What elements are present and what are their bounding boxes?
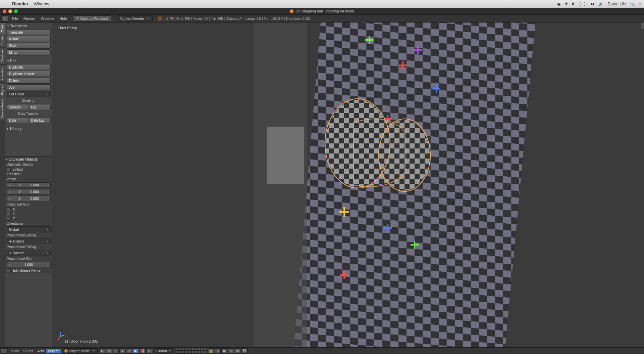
panel-transform-header[interactable]: Transform	[7, 23, 51, 29]
transform-orientation-select[interactable]: Global	[154, 348, 173, 354]
manipulator-translate-button[interactable]: ▲	[119, 348, 125, 354]
vector-label: Vector	[5, 177, 52, 182]
menu-window[interactable]: Window	[38, 16, 57, 20]
render-border-button[interactable]: ▣	[221, 348, 227, 354]
info-header: ⓘ File Render Window Help ↶ Back to Prev…	[0, 14, 644, 23]
manipulator-scale-button[interactable]: ◧	[133, 348, 139, 354]
orientation-label: Orientation	[5, 221, 52, 226]
mac-user[interactable]: Darrin Lile	[607, 2, 626, 6]
duplicate-linked-button[interactable]: Duplicate Linked	[7, 71, 51, 77]
cz-label: Z	[13, 217, 15, 221]
prop-fall-select[interactable]: ∧Smooth	[7, 250, 51, 256]
manipulator-rotate-button[interactable]: ⟲	[126, 348, 132, 354]
set-origin-label: Set Origin	[9, 92, 24, 96]
back-to-previous-button[interactable]: ↶ Back to Previous	[73, 15, 111, 21]
info-icon: ⓘ	[3, 16, 6, 21]
active-object-label: (1) Door knob 2.001	[65, 339, 98, 343]
viewport-header: View Select Add Object Object Mode ◐ ⊕ ↔…	[0, 347, 644, 354]
data-transfer-subheader: Data Transfer:	[7, 111, 51, 117]
data-lay-button[interactable]: Data Lay	[29, 117, 51, 123]
panel-edit-header[interactable]: Edit	[7, 58, 51, 63]
back-arrow-icon: ↶	[76, 16, 79, 21]
status-d-icon[interactable]: d	[572, 2, 574, 6]
apple-logo-icon[interactable]	[3, 1, 8, 7]
menu-file[interactable]: File	[9, 16, 21, 20]
vp-menu-view[interactable]: View	[9, 349, 21, 353]
viewport-shading-button[interactable]: ◐	[99, 348, 105, 354]
snap-toggle-button[interactable]: 🧲	[140, 348, 146, 354]
edit-gp-checkbox[interactable]	[7, 268, 11, 272]
rotate-button[interactable]: Rotate	[7, 36, 51, 42]
shading-flat-button[interactable]: Flat	[29, 104, 51, 110]
prop-size-field[interactable]: ◂1.000▸	[7, 262, 51, 267]
vp-menu-object[interactable]: Object	[46, 349, 61, 353]
tab-grease-pencil[interactable]: Grease Pencil	[0, 97, 5, 121]
spotlight-icon[interactable]: 🔍	[630, 2, 635, 6]
scene-layers[interactable]	[176, 348, 206, 354]
translate-button[interactable]: Translate	[7, 29, 51, 35]
vp-menu-add[interactable]: Add	[35, 349, 46, 353]
scale-button[interactable]: Scale	[7, 43, 51, 49]
panel-history-header[interactable]: History	[7, 126, 51, 131]
x-value: 0.000	[31, 183, 39, 187]
z-value: 0.000	[31, 197, 39, 201]
vector-z-field[interactable]: ◂Z:0.000▸	[7, 196, 51, 201]
orientation-select[interactable]: Global	[7, 226, 51, 232]
operator-panel: Duplicate Objects Duplicate Objects Link…	[5, 156, 52, 273]
snap-element-button[interactable]: ⊞	[146, 348, 152, 354]
operator-title[interactable]: Duplicate Objects	[5, 157, 52, 162]
volume-icon[interactable]: 🔊	[598, 2, 603, 6]
window-titlebar: UV Mapping and Texturing 04.blend	[0, 8, 644, 14]
close-window-button[interactable]	[3, 9, 6, 13]
opengl-render-anim-button[interactable]: 🎞	[241, 348, 248, 354]
gpencil-button[interactable]: ✎	[228, 348, 234, 354]
vector-x-field[interactable]: ◂X:0.000▸	[7, 182, 51, 188]
tab-tools[interactable]: Tools	[0, 23, 5, 34]
minimize-window-button[interactable]	[8, 9, 12, 13]
orientation-label-vp: Global	[156, 349, 167, 353]
viewport-editor-type-selector[interactable]	[1, 348, 8, 354]
set-origin-select[interactable]: Set Origin	[7, 91, 51, 97]
render-progress-icon[interactable]	[157, 16, 163, 21]
menu-help[interactable]: Help	[57, 16, 70, 20]
manipulator-toggle-button[interactable]: ↔	[113, 348, 119, 354]
menu-icon[interactable]: ≡	[639, 2, 641, 6]
pivot-point-button[interactable]: ⊕	[106, 348, 112, 354]
info-editor-type-selector[interactable]: ⓘ	[1, 15, 8, 21]
lock-camera-button[interactable]: 🔒	[208, 348, 214, 354]
vp-menu-select[interactable]: Select	[21, 349, 36, 353]
mirror-button[interactable]: Mirror	[7, 49, 51, 55]
constraint-z-checkbox[interactable]	[7, 217, 11, 221]
mac-menu-window[interactable]: Window	[34, 1, 49, 6]
proportional-edit-button[interactable]: ⊘	[215, 348, 221, 354]
wifi-icon[interactable]: ⋮⋮	[578, 2, 586, 6]
constraint-y-checkbox[interactable]	[7, 212, 11, 216]
interaction-mode-select[interactable]: Object Mode	[62, 348, 98, 354]
tab-physics[interactable]: Physics	[0, 82, 5, 97]
tab-relations[interactable]: Relations	[0, 47, 5, 64]
join-button[interactable]: Join	[7, 84, 51, 90]
n-panel-expand-grip[interactable]	[641, 23, 644, 29]
opengl-render-still-button[interactable]: 🖼	[235, 348, 241, 354]
menu-render[interactable]: Render	[21, 16, 38, 20]
constraint-x-checkbox[interactable]	[7, 207, 11, 211]
data-button[interactable]: Data	[7, 117, 29, 123]
cx-label: X	[13, 208, 15, 211]
vector-y-field[interactable]: ◂Y:0.000▸	[7, 189, 51, 194]
3d-viewport[interactable]: User Persp (1) Door knob 2.001	[52, 23, 644, 347]
delete-button[interactable]: Delete	[7, 78, 51, 84]
prop-edit-select[interactable]: ⊘Disable	[7, 238, 51, 244]
tab-animation[interactable]: Animation	[0, 64, 5, 82]
status-plus-icon[interactable]: ✚	[565, 2, 568, 6]
render-engine-select[interactable]: Cycles Render	[117, 15, 153, 21]
shading-smooth-button[interactable]: Smooth	[7, 104, 29, 110]
zoom-window-button[interactable]	[14, 9, 18, 13]
bluetooth-icon[interactable]: ⧓	[590, 2, 594, 6]
app-name[interactable]: Blender	[12, 1, 28, 6]
status-eye-icon[interactable]: ◉	[557, 2, 560, 6]
duplicate-button[interactable]: Duplicate	[7, 64, 51, 70]
prop-fall-value: Smooth	[13, 251, 24, 255]
linked-checkbox[interactable]	[7, 167, 11, 171]
prop-edit-value: Disable	[13, 239, 24, 243]
tab-create[interactable]: Create	[0, 34, 5, 47]
